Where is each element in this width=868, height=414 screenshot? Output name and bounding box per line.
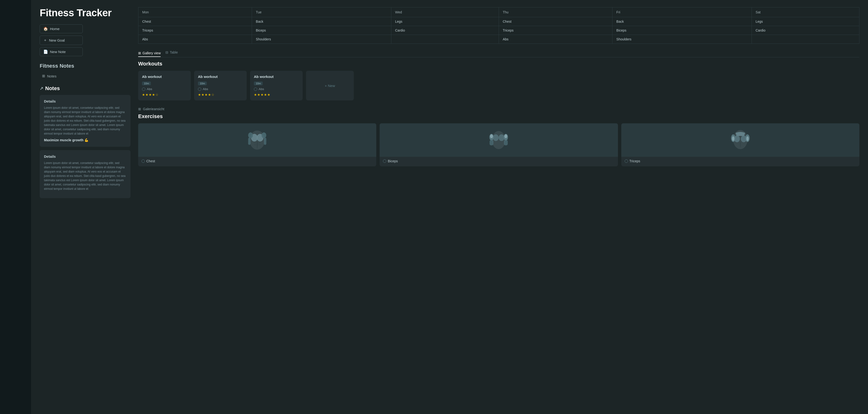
cell-wed-3 [391,35,499,44]
table-row: Triceps Biceps Cardio Triceps Biceps Car… [138,26,859,35]
new-note-nav-item[interactable]: 📄 New Note [40,47,83,56]
workout-card-2-tag: Abs [198,87,243,91]
radio-icon [142,88,145,91]
exercise-card-biceps[interactable]: Biceps [380,123,618,166]
workout-card-3[interactable]: Ab workout 10m Abs ★★★★★ [250,71,303,100]
cell-wed-2: Cardio [391,26,499,35]
cell-tue-3: Shoulders [252,35,391,44]
new-workout-button[interactable]: + New [306,71,354,100]
sidebar [0,0,31,414]
svg-point-15 [490,134,493,138]
svg-rect-9 [264,138,266,145]
tab-gallery-view[interactable]: ⊞ Gallery view [138,51,161,57]
workout-card-1-stars: ★★★★☆ [142,93,187,97]
svg-rect-18 [504,140,508,145]
cell-thu-2: Triceps [499,26,612,35]
cell-tue-2: Biceps [252,26,391,35]
col-fri: Fri [613,7,751,17]
gallery-section-icon: ⊞ [138,107,141,111]
left-panel: Fitness Tracker 🏠 Home ＋ New Goal 📄 New … [40,7,130,407]
workout-card-2[interactable]: Ab workout 10m Abs ★★★★☆ [194,71,247,100]
exercise-card-chest[interactable]: Chest [138,123,376,166]
svg-point-25 [746,136,749,141]
workout-card-1[interactable]: Ab workout 10m Abs ★★★★☆ [138,71,191,100]
radio-icon [625,159,628,163]
workout-cards-container: Ab workout 10m Abs ★★★★☆ Ab workout 10m … [138,71,859,100]
gallery-icon: ⊞ [138,51,141,55]
arrow-icon: ↗ [40,86,43,91]
new-goal-label: New Goal [49,38,65,42]
cell-fri-1: Back [613,17,751,26]
col-thu: Thu [499,7,612,17]
notes-section-header: ↗ Notes [40,85,130,92]
cell-fri-2: Biceps [613,26,751,35]
svg-rect-17 [490,140,493,145]
note-card-1[interactable]: Details Lorem ipsum dolor sit amet, cons… [40,95,130,147]
page-title: Fitness Tracker [40,7,130,19]
table-icon: ⊟ [165,51,168,54]
exercises-title: Exercises [138,113,859,120]
table-row: Abs Shoulders Abs Shoulders [138,35,859,44]
note-icon: 📄 [43,50,48,54]
workout-card-2-stars: ★★★★☆ [198,93,243,97]
svg-point-12 [499,134,504,141]
svg-point-6 [248,132,253,138]
workout-card-1-tag: Abs [142,87,187,91]
radio-icon [383,159,386,163]
chest-image [138,123,376,157]
workout-card-1-title: Ab workout [142,74,187,78]
cell-thu-1: Chest [499,17,612,26]
workout-card-2-badge: 10m [198,82,207,85]
notes-nav-item[interactable]: ⊞ Notes [40,72,130,79]
svg-rect-8 [248,138,250,145]
exercises-gallery: Chest [138,123,859,166]
cell-mon-2: Triceps [138,26,252,35]
note-card-1-highlight: Maximize muscle growth 💪 [44,138,126,142]
new-goal-nav-item[interactable]: ＋ New Goal [40,36,83,45]
workouts-title: Workouts [138,61,859,67]
gallery-section-header: ⊞ Galerieansicht [138,107,859,111]
cell-wed-1: Legs [391,17,499,26]
home-nav-item[interactable]: 🏠 Home [40,24,83,33]
workout-card-3-title: Ab workout [254,74,299,78]
notes-nav-label: Notes [47,74,56,78]
triceps-image [621,123,859,157]
cell-tue-1: Back [252,17,391,26]
col-mon: Mon [138,7,252,17]
table-label: Table [170,51,178,54]
note-card-2-label: Details [44,154,126,158]
biceps-image [380,123,618,157]
schedule-table: Mon Tue Wed Thu Fri Sat Chest Back Legs … [138,7,859,44]
radio-icon [198,88,201,91]
note-card-1-body: Lorem ipsum dolor sit amet, consetetur s… [44,106,126,136]
col-wed: Wed [391,7,499,17]
tab-table[interactable]: ⊟ Table [165,51,178,56]
gallery-label: Gallery view [143,51,161,55]
radio-icon [142,159,145,163]
workout-card-3-badge: 10m [254,82,263,85]
note-card-2-body: Lorem ipsum dolor sit amet, consetetur s… [44,161,126,191]
main-content: Fitness Tracker 🏠 Home ＋ New Goal 📄 New … [31,0,868,414]
note-card-1-label: Details [44,99,126,103]
workout-card-3-stars: ★★★★★ [254,93,299,97]
gallery-section: ⊞ Galerieansicht [138,107,859,111]
new-note-label: New Note [50,50,66,54]
new-workout-label: + New [325,84,335,88]
svg-point-7 [261,132,266,138]
home-label: Home [50,27,60,31]
gallery-section-label: Galerieansicht [143,107,164,111]
plus-icon: ＋ [43,38,47,43]
workout-card-2-title: Ab workout [198,74,243,78]
radio-icon [254,88,257,91]
exercise-card-triceps[interactable]: Triceps [621,123,859,166]
right-panel: Mon Tue Wed Thu Fri Sat Chest Back Legs … [138,7,859,407]
cell-sat-1: Legs [751,17,859,26]
col-tue: Tue [252,7,391,17]
note-card-2[interactable]: Details Lorem ipsum dolor sit amet, cons… [40,150,130,198]
cell-sat-2: Cardio [751,26,859,35]
workout-card-3-tag: Abs [254,87,299,91]
home-icon: 🏠 [43,27,48,31]
view-tabs: ⊞ Gallery view ⊟ Table [138,51,859,57]
svg-point-24 [732,136,734,141]
svg-point-16 [504,134,507,138]
